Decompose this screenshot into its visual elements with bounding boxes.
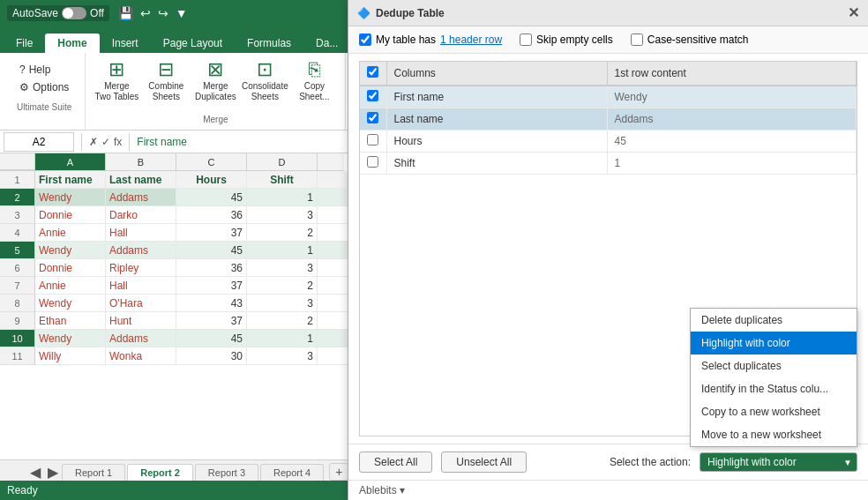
select-all-checkbox[interactable] (367, 66, 378, 78)
cell-b5[interactable]: Addams (106, 242, 176, 259)
my-table-checkbox-label[interactable]: My table has 1 header row (359, 34, 502, 46)
tab-home[interactable]: Home (45, 34, 99, 53)
ablebits-link[interactable]: Ablebits ▾ (359, 484, 405, 496)
cross-icon[interactable]: ✗ (89, 136, 98, 148)
tab-page-layout[interactable]: Page Layout (151, 34, 235, 53)
sheet-tab-report2[interactable]: Report 2 (127, 464, 193, 481)
cell-a5[interactable]: Wendy (35, 242, 106, 259)
cell-d2[interactable]: 1 (247, 189, 318, 206)
consolidate-sheets-button[interactable]: ⊡ ConsolidateSheets (241, 56, 288, 106)
cell-c8[interactable]: 43 (176, 295, 247, 312)
cell-a1[interactable]: First name (35, 171, 106, 189)
cell-a11[interactable]: Willy (35, 347, 106, 365)
cell-b4[interactable]: Hall (106, 224, 176, 242)
cell-c10[interactable]: 45 (176, 330, 247, 347)
cell-c2[interactable]: 45 (176, 189, 247, 206)
cell-d1[interactable]: Shift (247, 171, 318, 189)
combine-sheets-button[interactable]: ⊟ CombineSheets (142, 56, 190, 106)
cell-d7[interactable]: 2 (247, 277, 318, 295)
panel-close-button[interactable]: ✕ (848, 4, 859, 21)
action-select[interactable]: Highlight with color Delete duplicates S… (700, 452, 857, 472)
cell-c9[interactable]: 37 (176, 312, 247, 330)
cell-a3[interactable]: Donnie (35, 206, 106, 224)
check-icon[interactable]: ✓ (101, 136, 110, 148)
autosave-toggle[interactable]: AutoSave Off (7, 5, 109, 21)
row-checkbox-4[interactable] (360, 153, 386, 175)
row-checkbox-1[interactable] (360, 86, 386, 108)
cell-c11[interactable]: 30 (176, 347, 247, 365)
name-box[interactable] (4, 132, 74, 152)
cell-b1[interactable]: Last name (106, 171, 176, 189)
customize-icon[interactable]: ▼ (176, 6, 188, 20)
cell-d3[interactable]: 3 (247, 206, 318, 224)
merge-two-tables-button[interactable]: ⊞ MergeTwo Tables (93, 56, 140, 106)
cell-a7[interactable]: Annie (35, 277, 106, 295)
cell-d8[interactable]: 3 (247, 295, 318, 312)
cell-d4[interactable]: 2 (247, 224, 318, 242)
fx-icon[interactable]: fx (114, 136, 122, 148)
cell-b7[interactable]: Hall (106, 277, 176, 295)
dropdown-item-delete[interactable]: Delete duplicates (691, 309, 857, 332)
merge-duplicates-button[interactable]: ⊠ MergeDuplicates (191, 56, 239, 106)
redo-icon[interactable]: ↪ (158, 6, 168, 20)
my-table-checkbox[interactable] (359, 34, 371, 46)
unselect-all-button[interactable]: Unselect All (441, 451, 527, 473)
col-header-a[interactable]: A (35, 153, 106, 170)
sheet-tab-report4[interactable]: Report 4 (260, 464, 324, 481)
cell-c1[interactable]: Hours (176, 171, 247, 189)
select-all-button[interactable]: Select All (359, 451, 432, 473)
tab-insert[interactable]: Insert (100, 34, 151, 53)
add-sheet-button[interactable]: + (329, 463, 348, 481)
undo-icon[interactable]: ↩ (140, 6, 151, 20)
dropdown-item-highlight[interactable]: Highlight with color (691, 332, 857, 354)
header-row-link[interactable]: 1 header row (440, 34, 502, 46)
autosave-off-toggle[interactable] (62, 7, 86, 19)
sheet-nav-left[interactable]: ◀ (26, 464, 44, 481)
help-button[interactable]: ? Help (16, 62, 72, 78)
cell-a2[interactable]: Wendy (35, 189, 106, 206)
case-sensitive-checkbox[interactable] (631, 34, 643, 46)
cell-d6[interactable]: 3 (247, 259, 318, 277)
cell-a4[interactable]: Annie (35, 224, 106, 242)
row-checkbox-3[interactable] (360, 131, 386, 153)
sheet-nav-right[interactable]: ▶ (44, 464, 62, 481)
cell-a9[interactable]: Ethan (35, 312, 106, 330)
skip-empty-checkbox[interactable] (520, 34, 532, 46)
col-header-c[interactable]: C (176, 153, 247, 170)
case-sensitive-checkbox-label[interactable]: Case-sensitive match (631, 34, 749, 46)
tab-file[interactable]: File (4, 34, 45, 53)
cell-b9[interactable]: Hunt (106, 312, 176, 330)
dropdown-item-select[interactable]: Select duplicates (691, 354, 857, 377)
cell-d5[interactable]: 1 (247, 242, 318, 259)
tab-formulas[interactable]: Formulas (235, 34, 303, 53)
cell-c6[interactable]: 36 (176, 259, 247, 277)
cell-a6[interactable]: Donnie (35, 259, 106, 277)
col-header-b[interactable]: B (106, 153, 176, 170)
dropdown-item-copy[interactable]: Copy to a new worksheet (691, 400, 857, 423)
sheet-tab-report1[interactable]: Report 1 (62, 464, 125, 481)
cell-b3[interactable]: Darko (106, 206, 176, 224)
cell-d11[interactable]: 3 (247, 347, 318, 365)
options-button[interactable]: ⚙ Options (16, 79, 72, 95)
cell-b8[interactable]: O'Hara (106, 295, 176, 312)
dropdown-item-identify[interactable]: Identify in the Status colu... (691, 377, 857, 400)
cell-c4[interactable]: 37 (176, 224, 247, 242)
cell-d9[interactable]: 2 (247, 312, 318, 330)
cell-a10[interactable]: Wendy (35, 330, 106, 347)
row-checkbox-2[interactable] (360, 108, 386, 131)
dropdown-item-move[interactable]: Move to a new worksheet (691, 423, 857, 446)
sheet-tab-report3[interactable]: Report 3 (195, 464, 258, 481)
cell-b6[interactable]: Ripley (106, 259, 176, 277)
copy-sheet-button[interactable]: ⎘ CopySheet... (290, 56, 338, 106)
cell-c3[interactable]: 36 (176, 206, 247, 224)
cell-d10[interactable]: 1 (247, 330, 318, 347)
cell-b11[interactable]: Wonka (106, 347, 176, 365)
cell-c7[interactable]: 37 (176, 277, 247, 295)
cell-a8[interactable]: Wendy (35, 295, 106, 312)
save-icon[interactable]: 💾 (118, 6, 133, 20)
col-header-d[interactable]: D (247, 153, 318, 170)
skip-empty-checkbox-label[interactable]: Skip empty cells (520, 34, 613, 46)
cell-b2[interactable]: Addams (106, 189, 176, 206)
cell-c5[interactable]: 45 (176, 242, 247, 259)
tab-data[interactable]: Da... (303, 34, 350, 53)
